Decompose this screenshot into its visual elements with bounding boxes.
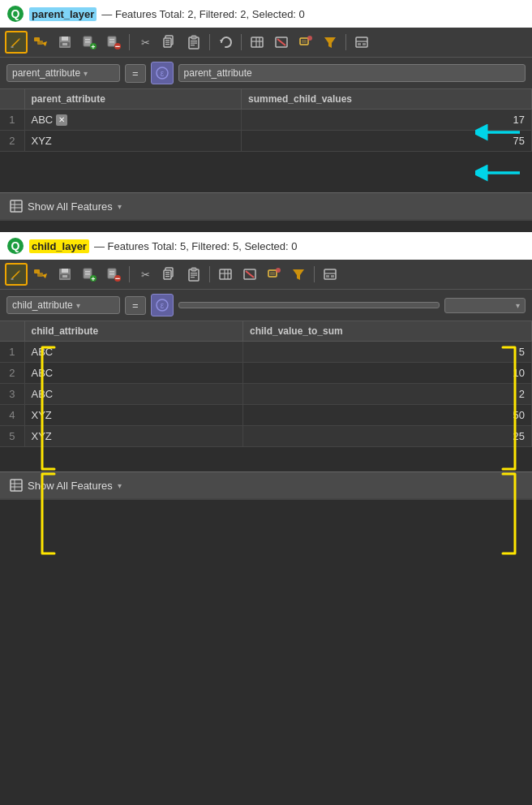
deselect-button[interactable]: [270, 31, 293, 54]
bottom-add-record-button[interactable]: +: [78, 263, 101, 286]
svg-line-94: [246, 271, 254, 278]
top-filter-value-button[interactable]: ε: [151, 62, 174, 84]
bottom-show-all-bar[interactable]: Show All Features ▾: [0, 471, 532, 498]
svg-rect-74: [109, 271, 114, 273]
bottom-multi-edit-icon: [33, 267, 48, 282]
bottom-filter-operator[interactable]: =: [125, 296, 146, 315]
bottom-filter-button[interactable]: [287, 263, 310, 286]
bottom-filter-field[interactable]: child_attribute ▾: [6, 296, 120, 314]
bottom-row-3-col1: ABC: [24, 384, 242, 405]
bottom-table-wrapper: child_attribute child_value_to_sum 1 ABC…: [0, 321, 532, 447]
top-layer-name: parent_layer: [29, 8, 97, 20]
top-filter-value-field[interactable]: parent_attribute: [178, 64, 526, 82]
edit-pencil-button[interactable]: [5, 31, 28, 54]
bottom-multi-edit-button[interactable]: [29, 263, 52, 286]
svg-rect-30: [191, 41, 197, 41]
bottom-pencil-icon: [9, 267, 24, 282]
bottom-copy-icon: [162, 267, 177, 282]
svg-rect-96: [270, 272, 275, 275]
bottom-no-select-icon: [242, 267, 257, 282]
svg-rect-70: [85, 273, 90, 275]
svg-rect-27: [165, 44, 169, 45]
col-settings-button[interactable]: [246, 31, 268, 54]
top-toolbar: + − ✂: [0, 28, 532, 58]
svg-text:−: −: [115, 41, 120, 50]
bottom-col-settings-button[interactable]: [214, 263, 237, 286]
undo-button[interactable]: [214, 31, 237, 54]
top-col-2: summed_child_values: [241, 89, 531, 110]
svg-rect-87: [191, 275, 197, 276]
svg-text:+: +: [91, 43, 95, 50]
zoom-map-button[interactable]: [294, 31, 317, 54]
svg-marker-98: [293, 269, 304, 280]
top-row-2-id: 2: [0, 131, 24, 152]
bottom-filter-value-field[interactable]: [178, 302, 440, 308]
table-icon-top: [10, 200, 23, 213]
svg-point-97: [276, 268, 281, 273]
svg-rect-52: [11, 200, 22, 212]
bottom-epsilon-icon: ε: [156, 299, 169, 312]
top-filter-field[interactable]: parent_attribute ▾: [6, 64, 120, 82]
bottom-panel-settings-button[interactable]: [319, 263, 341, 286]
svg-rect-6: [37, 41, 43, 45]
svg-rect-26: [165, 42, 169, 43]
bottom-cut-button[interactable]: ✂: [134, 263, 157, 286]
svg-rect-11: [62, 43, 67, 45]
cut-button[interactable]: ✂: [134, 31, 157, 54]
bottom-row-1-col1: ABC: [24, 342, 242, 363]
bottom-show-all-arrow: ▾: [118, 481, 122, 490]
svg-rect-44: [356, 37, 367, 47]
qgis-logo-bottom-icon: Q: [6, 237, 24, 255]
svg-rect-9: [62, 37, 68, 41]
svg-rect-25: [165, 40, 169, 41]
bottom-filter-field-label: child_attribute: [12, 299, 73, 311]
show-all-top-icon: [10, 200, 23, 213]
delete-record-button[interactable]: −: [102, 31, 125, 54]
save-edits-button[interactable]: [54, 31, 76, 54]
top-layer-stats: — Features Total: 2, Filtered: 2, Select…: [101, 8, 305, 20]
table-row: 3 ABC 2: [0, 384, 532, 405]
multi-edit-button[interactable]: [29, 31, 52, 54]
save-icon: [58, 35, 72, 50]
zoom-map-icon: [298, 35, 313, 50]
svg-rect-65: [62, 269, 68, 273]
bottom-paste-button[interactable]: [182, 263, 205, 286]
svg-rect-31: [191, 43, 197, 44]
add-record-button[interactable]: +: [78, 31, 101, 54]
top-show-all-bar[interactable]: Show All Features ▾: [0, 192, 532, 219]
top-col-1: parent_attribute: [24, 89, 241, 110]
svg-rect-88: [191, 277, 195, 278]
bottom-filter-value-button[interactable]: ε: [151, 294, 174, 316]
table-row: 1 ABC ✕ 17: [0, 110, 532, 131]
no-select-icon: [274, 35, 289, 50]
bottom-delete-record-button[interactable]: −: [102, 263, 125, 286]
svg-rect-62: [37, 273, 43, 277]
filter-button[interactable]: [319, 31, 341, 54]
top-row-2-col1: XYZ: [24, 131, 241, 152]
col-layout-icon: [250, 35, 264, 50]
bottom-save-edits-button[interactable]: [54, 263, 76, 286]
svg-rect-83: [165, 276, 169, 277]
bottom-edit-pencil-button[interactable]: [5, 263, 28, 286]
bottom-row-4-id: 4: [0, 405, 24, 426]
epsilon-icon: ε: [156, 67, 169, 80]
undo-icon: [218, 35, 233, 50]
bottom-zoom-map-button[interactable]: [263, 263, 285, 286]
bottom-deselect-button[interactable]: [238, 263, 261, 286]
top-filter-bar: parent_attribute ▾ = ε parent_attribute: [0, 58, 532, 89]
copy-icon: [162, 35, 177, 50]
top-filter-operator[interactable]: =: [125, 64, 146, 83]
svg-text:Q: Q: [11, 7, 20, 20]
paste-button[interactable]: [182, 31, 205, 54]
qgis-logo-icon: Q: [6, 5, 24, 23]
bottom-toolbar-sep-1: [129, 266, 130, 282]
copy-button[interactable]: [158, 31, 181, 54]
bottom-copy-button[interactable]: [158, 263, 181, 286]
panel-settings-button[interactable]: [350, 31, 373, 54]
top-row-1-clear-button[interactable]: ✕: [56, 114, 67, 126]
bottom-show-all-label: Show All Features: [28, 480, 113, 492]
top-filter-field-arrow: ▾: [84, 69, 88, 78]
bottom-filter-value-dropdown[interactable]: ▾: [444, 298, 526, 313]
panel-gap: [0, 221, 532, 232]
svg-marker-43: [324, 37, 336, 48]
